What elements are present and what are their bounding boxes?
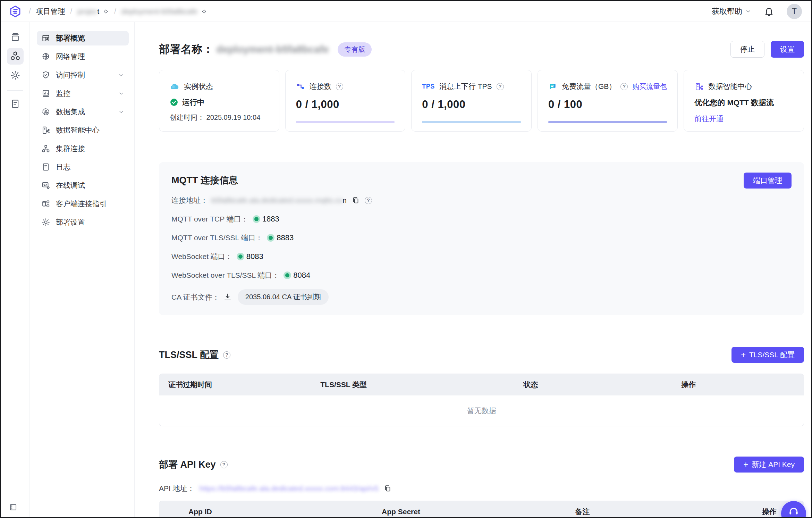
tps-label-icon: TPS: [422, 83, 435, 90]
deployment-switch-icon[interactable]: [201, 8, 207, 15]
gear-icon: [41, 218, 50, 227]
tps-value: 0 / 1,000: [422, 98, 521, 111]
emqx-logo-icon[interactable]: [9, 5, 22, 18]
sidebar-item-access-control[interactable]: 访问控制: [37, 68, 129, 82]
rail-deployments-icon[interactable]: [7, 48, 24, 65]
connect-address-redacted: b5fa8bcafe.ala.dedicated.xxxxx.mqtts.co: [211, 196, 342, 204]
sidebar-item-label: 监控: [56, 89, 70, 98]
chevron-down-icon: [118, 72, 124, 78]
sidebar-item-deployment-overview[interactable]: 部署概览: [37, 31, 129, 45]
add-tls-config-button[interactable]: + TLS/SSL 配置: [731, 347, 804, 363]
card-data-intelligence: 数据智能中心 优化您的 MQTT 数据流 前往开通: [684, 70, 804, 132]
api-key-table: App ID App Secret 备注 操作: [159, 501, 804, 518]
icon-rail: [1, 22, 30, 518]
sidebar-item-network-management[interactable]: 网络管理: [37, 49, 129, 64]
dashboard-icon: [41, 34, 50, 43]
rail-docs-icon[interactable]: [7, 95, 24, 112]
port-status-dot: [237, 253, 244, 260]
help-icon[interactable]: ?: [365, 197, 372, 204]
settings-button[interactable]: 设置: [771, 41, 804, 58]
topbar-actions: 获取帮助 T: [712, 4, 802, 19]
rail-projects-icon[interactable]: [7, 29, 24, 45]
card-title: 实例状态: [184, 82, 213, 91]
ca-expiry-tag: 2035.06.04 CA 证书到期: [238, 289, 329, 305]
get-help-menu[interactable]: 获取帮助: [712, 6, 751, 17]
breadcrumb-project-management[interactable]: 项目管理: [36, 7, 65, 16]
rail-settings-gear-icon[interactable]: [7, 67, 24, 84]
column-header: App ID: [159, 508, 353, 516]
sidebar-item-cluster-linking[interactable]: 集群连接: [37, 141, 129, 156]
chevron-down-icon: [118, 109, 124, 115]
project-switch-icon[interactable]: [103, 8, 109, 15]
rail-divider: [7, 90, 23, 91]
plan-badge: 专有版: [338, 42, 372, 57]
sidebar-item-online-debug[interactable]: 在线调试: [37, 178, 129, 193]
help-icon[interactable]: ?: [220, 461, 228, 468]
plus-icon: +: [743, 460, 748, 469]
sidebar-item-monitoring[interactable]: 监控: [37, 86, 129, 101]
column-header: TLS/SSL 类型: [320, 380, 523, 390]
sidebar-menu: 部署概览 网络管理 访问控制 监控 数据集成: [30, 22, 135, 518]
sidebar-item-label: 数据智能中心: [56, 125, 100, 135]
collapse-sidebar-icon[interactable]: [9, 503, 18, 513]
card-title: 连接数: [310, 82, 331, 91]
sidebar-item-label: 访问控制: [56, 70, 85, 80]
headset-icon: [788, 505, 800, 517]
sidebar-item-label: 在线调试: [56, 181, 85, 190]
column-header: App Secret: [353, 508, 546, 516]
tls-table: 证书过期时间 TLS/SSL 类型 状态 操作 暂无数据: [159, 374, 804, 426]
port-management-button[interactable]: 端口管理: [744, 173, 792, 189]
buy-traffic-link[interactable]: 购买流量包: [632, 82, 667, 91]
mqtt-section-title: MQTT 连接信息: [171, 174, 792, 186]
check-circle-icon: [170, 98, 178, 107]
tps-progress-bar: [422, 121, 521, 123]
address-label: 连接地址：: [171, 195, 208, 205]
api-address-label: API 地址：: [159, 484, 195, 493]
download-ca-icon[interactable]: [223, 293, 232, 302]
log-file-icon: [41, 162, 50, 172]
card-connections: 连接数 ? 0 / 1,000: [285, 70, 406, 132]
copy-api-address-icon[interactable]: [383, 484, 392, 493]
data-intelligence-desc: 优化您的 MQTT 数据流: [694, 98, 793, 108]
api-address-link-redacted[interactable]: https://b5fa8bcafe.ala.dedicated.xxxxx.c…: [200, 484, 379, 493]
port-status-dot: [253, 215, 260, 223]
shield-check-icon: [41, 70, 50, 80]
code-window-gear-icon: [41, 181, 50, 190]
card-instance-status: 实例状态 运行中 创建时间： 2025.09.19 10:04: [159, 70, 279, 132]
connections-value: 0 / 1,000: [296, 98, 395, 111]
sidebar-item-deployment-settings[interactable]: 部署设置: [37, 215, 129, 229]
data-intelligence-icon: [694, 82, 704, 91]
client-modules-icon: [41, 199, 50, 208]
notifications-bell-icon[interactable]: [764, 6, 774, 17]
new-api-key-button[interactable]: + 新建 API Key: [734, 457, 804, 473]
port-status-dot: [284, 271, 291, 279]
sidebar-item-label: 集群连接: [56, 144, 85, 153]
avatar[interactable]: T: [787, 4, 802, 19]
breadcrumb-deployment[interactable]: deployment-b5fa8bcafe: [121, 7, 198, 16]
column-header: 状态: [523, 380, 681, 390]
breadcrumb-separator: /: [114, 7, 116, 15]
sidebar-item-logs[interactable]: 日志: [37, 160, 129, 174]
help-icon[interactable]: ?: [223, 351, 230, 359]
breadcrumb-project[interactable]: project: [77, 7, 99, 16]
help-icon[interactable]: ?: [497, 83, 504, 90]
sidebar-item-client-connection-guide[interactable]: 客户端连接指引: [37, 197, 129, 211]
created-time: 创建时间： 2025.09.19 10:04: [170, 113, 269, 122]
sidebar-item-data-integration[interactable]: 数据集成: [37, 105, 129, 119]
stat-cards: 实例状态 运行中 创建时间： 2025.09.19 10:04 连接数 ? 0 …: [159, 70, 804, 132]
port-label: WebSocket 端口：: [171, 252, 232, 261]
copy-address-icon[interactable]: [352, 196, 360, 204]
breadcrumb-separator: /: [70, 7, 73, 15]
sidebar-item-data-intelligence-center[interactable]: 数据智能中心: [37, 123, 129, 137]
stop-button[interactable]: 停止: [730, 41, 764, 58]
help-icon[interactable]: ?: [336, 83, 343, 90]
topbar: / 项目管理 / project / deployment-b5fa8bcafe…: [1, 1, 811, 22]
mqtt-connection-section: MQTT 连接信息 端口管理 连接地址： b5fa8bcafe.ala.dedi…: [159, 162, 804, 315]
help-icon[interactable]: ?: [620, 83, 628, 90]
main-content: 部署名称： deployment-b5fa8bcafe 专有版 停止 设置 实例…: [135, 22, 811, 518]
sidebar-item-label: 部署设置: [56, 217, 85, 227]
sidebar-item-label: 网络管理: [56, 52, 85, 61]
tls-table-header: 证书过期时间 TLS/SSL 类型 状态 操作: [159, 374, 804, 395]
activate-link[interactable]: 前往开通: [694, 114, 793, 124]
traffic-value: 0 / 100: [548, 98, 667, 111]
